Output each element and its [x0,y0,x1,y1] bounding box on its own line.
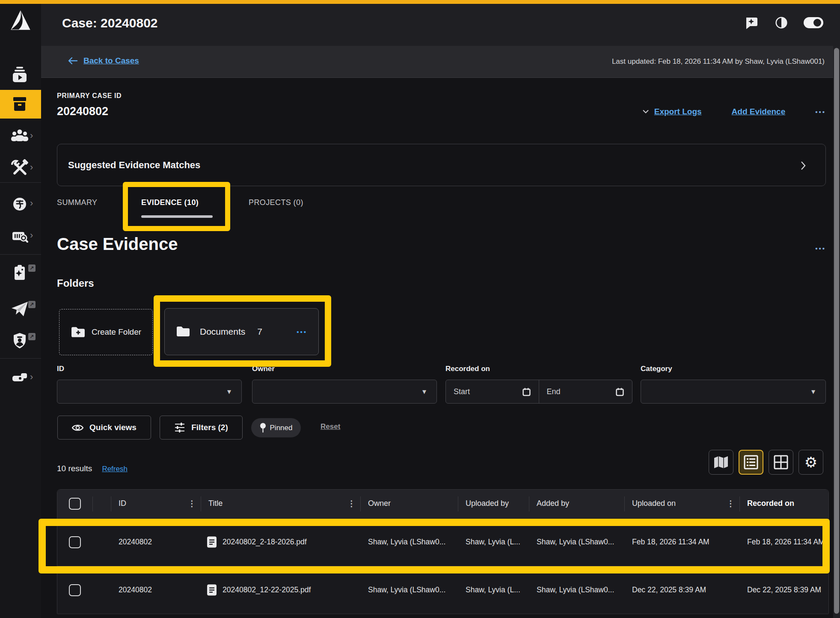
toggle-knob [813,19,821,27]
create-folder-label: Create Folder [92,327,141,337]
quick-views-button[interactable]: Quick views [57,416,151,440]
suggested-evidence-panel[interactable]: Suggested Evidence Matches [57,144,826,186]
owner-filter-select[interactable]: ▾ [252,380,437,404]
chevron-right-icon: › [30,131,33,140]
column-separator [92,496,93,511]
reset-link[interactable]: Reset [321,422,340,431]
barcode-search-icon [9,226,30,248]
sidebar-item-cases-selected[interactable] [0,90,41,119]
chevron-down-icon [642,110,649,114]
document-icon [207,584,217,596]
pinned-chip[interactable]: Pinned [251,418,301,437]
evidence-more-menu[interactable]: ••• [815,245,826,252]
add-evidence-button[interactable]: Add Evidence [732,107,786,116]
header-id[interactable]: ID [119,499,126,508]
sidebar-divider [0,254,41,255]
sidebar-item-barcode-search[interactable]: › [0,225,41,250]
chevron-right-icon: › [30,231,33,240]
table-settings-button[interactable]: ⚙ [798,450,823,475]
export-logs-label: Export Logs [654,107,702,116]
cell-owner: Shaw, Lyvia (LShaw0... [368,585,445,594]
filters-button[interactable]: Filters (2) [160,416,243,440]
external-link-icon: ↗ [28,333,36,340]
top-bar: Case: 20240802 [41,4,840,46]
start-date-input[interactable]: Start [446,380,539,403]
annotation-evidence-tab [123,182,230,231]
grid-view-icon [774,455,788,469]
eye-icon [72,424,83,432]
device-icon [9,368,30,390]
header-title[interactable]: Title [208,499,223,508]
title-column-menu-icon[interactable]: ⋮ [347,499,356,508]
external-link-icon: ↗ [28,301,36,308]
list-view-button-selected[interactable] [739,450,763,475]
cell-uploaded-on: Dec 22, 2025 8:39 AM [632,585,706,594]
sidebar: › › [0,4,41,618]
tab-summary[interactable]: SUMMARY [57,198,97,207]
people-group-icon [9,126,30,149]
header-uploaded-on[interactable]: Uploaded on [632,499,676,508]
header-uploaded-by[interactable]: Uploaded by [466,499,509,508]
contrast-icon[interactable] [775,16,788,31]
back-to-cases-label: Back to Cases [83,56,139,65]
column-separator [624,496,625,511]
arrow-left-icon [68,57,78,65]
header-owner[interactable]: Owner [368,499,391,508]
paper-plane-icon [9,299,30,321]
sidebar-divider [0,182,41,183]
scrollbar-track[interactable] [833,46,840,618]
results-bar: 10 results Refresh [57,464,128,473]
map-icon [714,456,728,469]
grid-view-button[interactable] [769,450,793,475]
top-accent-stripe [0,0,840,4]
cell-recorded-on: Dec 22, 2025 8:39 AM [747,585,828,594]
sidebar-item-device[interactable]: › [0,366,41,391]
calendar-icon [522,387,531,396]
sidebar-item-people[interactable]: › [0,125,41,150]
sidebar-item-ai-reports[interactable]: ↗ [0,261,41,286]
theme-toggle[interactable] [804,17,823,28]
chevron-right-icon: › [30,372,33,382]
select-all-checkbox[interactable] [69,498,81,510]
case-evidence-heading: Case Evidence [57,235,178,254]
header-added-by[interactable]: Added by [537,499,569,508]
axon-logo[interactable] [9,9,32,31]
sidebar-item-officer[interactable]: ↗ [0,330,41,354]
results-count: 10 results [57,464,92,473]
end-date-input[interactable]: End [539,380,632,403]
clipboard-sparkle-icon [9,262,30,285]
id-column-menu-icon[interactable]: ⋮ [188,499,196,508]
caret-down-icon: ▾ [422,387,426,396]
export-logs-button[interactable]: Export Logs [642,107,702,116]
last-updated-text: Last updated: Feb 18, 2026 11:34 AM by S… [612,57,825,66]
back-to-cases-link[interactable]: Back to Cases [68,56,139,65]
refresh-link[interactable]: Refresh [102,465,128,473]
tab-projects[interactable]: PROJECTS (0) [249,198,303,207]
header-recorded-on[interactable]: Recorded on [747,499,794,508]
cases-archive-icon [9,94,30,116]
feedback-sparkle-icon[interactable] [745,16,758,32]
caret-down-icon: ▾ [227,387,231,396]
row-checkbox[interactable] [69,584,81,596]
map-view-button[interactable] [709,450,733,475]
filter-recorded-on-label: Recorded on [445,365,490,373]
sidebar-item-justice[interactable]: › [0,193,41,217]
create-folder-button[interactable]: Create Folder [59,309,153,355]
sidebar-item-tools[interactable]: › [0,157,41,181]
sidebar-item-dispatch[interactable]: ↗ [0,297,41,322]
uploaded-on-column-menu-icon[interactable]: ⋮ [727,499,735,508]
case-more-menu[interactable]: ••• [815,108,826,116]
external-link-icon: ↗ [28,264,36,272]
case-subheader: Back to Cases Last updated: Feb 18, 2026… [41,46,840,78]
cell-uploaded-by: Shaw, Lyvia (L... [466,585,520,594]
category-filter-select[interactable]: ▾ [641,380,826,404]
calendar-icon [615,387,624,396]
cell-title[interactable]: 20240802_12-22-2025.pdf [207,584,311,596]
pinned-label: Pinned [270,424,293,432]
scrollbar-thumb[interactable] [834,48,839,614]
media-archive-icon [9,64,30,86]
column-separator [360,496,361,511]
column-separator [458,496,458,511]
id-filter-select[interactable]: ▾ [57,380,242,404]
sidebar-item-evidence-media[interactable] [0,63,41,88]
